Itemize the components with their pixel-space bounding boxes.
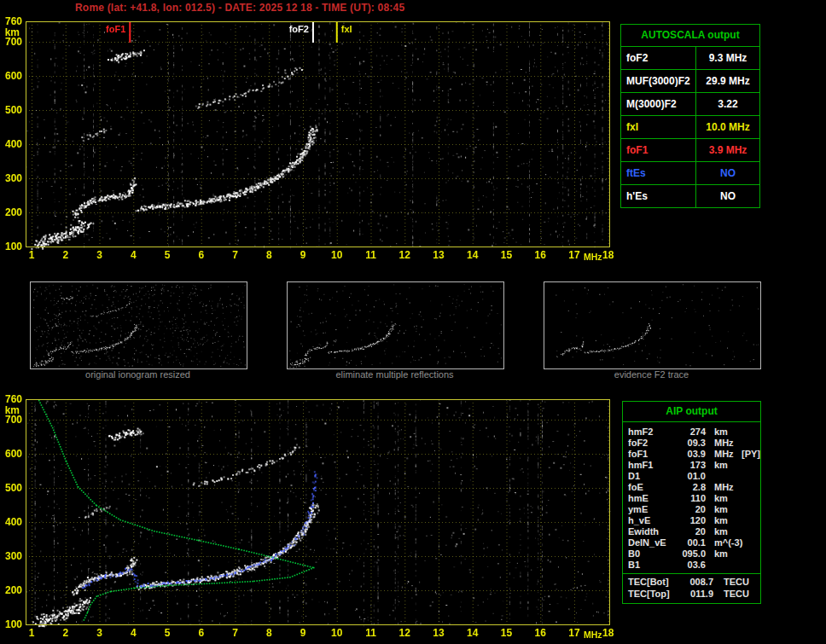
aip-param-name: foF1 (628, 449, 677, 460)
aip-param-note (742, 526, 758, 537)
aip-table-title: AIP output (623, 402, 760, 422)
aip-row: foF209.3MHz (628, 438, 758, 449)
aip-row: hmE110km (628, 493, 758, 504)
aip-param-note (742, 537, 758, 548)
aip-param-note (742, 560, 758, 571)
aip-param-unit: km (706, 515, 742, 526)
aip-param-value: 20 (677, 504, 706, 515)
autoscala-row-label: M(3000)F2 (621, 93, 696, 116)
aip-param-name: B1 (628, 560, 677, 571)
aip-row: DelN_vE00.1m^(-3) (628, 537, 758, 548)
autoscala-output-screen: Rome (lat: +41.8, lon: 012.5) - DATE: 20… (0, 0, 826, 644)
thumbnail-caption: evidence F2 trace (544, 369, 759, 380)
aip-row: ymE20km (628, 504, 758, 515)
aip-param-note (742, 460, 758, 471)
aip-param-unit (706, 560, 742, 571)
aip-param-unit: MHz (706, 449, 742, 460)
autoscala-row-value: NO (696, 185, 759, 207)
autoscala-table-title: AUTOSCALA output (621, 25, 759, 47)
autoscala-row-label: fxI (621, 116, 696, 139)
aip-param-value: 008.7 (681, 577, 713, 589)
aip-param-note (742, 471, 758, 482)
autoscala-table: AUTOSCALA output foF2 9.3 MHz MUF(3000)F… (620, 24, 760, 208)
aip-param-value: 01.0 (677, 471, 706, 482)
aip-param-value: 173 (677, 460, 706, 471)
aip-param-unit: km (706, 548, 742, 560)
thumbnail-eliminate-reflections (287, 281, 504, 369)
thumbnail-evidence-f2-trace (544, 281, 761, 369)
aip-param-unit: MHz (706, 482, 742, 493)
bottom-ionogram-plot (0, 393, 618, 644)
aip-param-unit: km (706, 526, 742, 537)
aip-param-value: 20 (677, 526, 706, 537)
aip-param-name: ymE (628, 504, 677, 515)
autoscala-row-value: 9.3 MHz (696, 47, 759, 70)
aip-param-name: hmE (628, 493, 677, 504)
aip-param-value: 03.6 (677, 560, 706, 571)
aip-row: hmF1173km (628, 460, 758, 471)
autoscala-row-value: 29.9 MHz (696, 70, 759, 93)
page-title: Rome (lat: +41.8, lon: 012.5) - DATE: 20… (75, 2, 404, 14)
aip-param-value: 110 (677, 493, 706, 504)
aip-param-unit: TECU (713, 589, 758, 600)
aip-param-name: Ewidth (628, 526, 677, 537)
aip-tec-section: TEC[Bot]008.7TECU TEC[Top]011.9TECU (623, 573, 760, 603)
aip-param-unit: km (706, 504, 742, 515)
aip-param-note (742, 482, 758, 493)
autoscala-row-label: foF1 (621, 139, 696, 162)
aip-row: B103.6 (628, 560, 758, 571)
aip-tec-row: TEC[Top]011.9TECU (628, 589, 758, 600)
aip-row: hmF2274km (628, 426, 758, 438)
aip-param-name: foF2 (628, 438, 677, 449)
autoscala-row-label: ftEs (621, 162, 696, 185)
aip-param-value: 09.3 (677, 438, 706, 449)
autoscala-row-value: 3.9 MHz (696, 139, 759, 162)
aip-param-name: hmF1 (628, 460, 677, 471)
aip-row: foE2.8MHz (628, 482, 758, 493)
aip-param-name: foE (628, 482, 677, 493)
autoscala-row-value: NO (696, 162, 759, 185)
aip-row: h_vE120km (628, 515, 758, 526)
aip-row: Ewidth20km (628, 526, 758, 537)
aip-param-value: 2.8 (677, 482, 706, 493)
aip-param-name: TEC[Bot] (628, 577, 681, 589)
aip-param-value: 274 (677, 426, 706, 438)
aip-param-value: 011.9 (681, 589, 713, 600)
autoscala-row-value: 3.22 (696, 93, 759, 116)
aip-tec-row: TEC[Bot]008.7TECU (628, 577, 758, 589)
aip-param-note (742, 438, 758, 449)
aip-param-note (742, 426, 758, 438)
autoscala-row-label: MUF(3000)F2 (621, 70, 696, 93)
aip-param-note (742, 504, 758, 515)
aip-param-unit: TECU (713, 577, 758, 589)
aip-row: D101.0 (628, 471, 758, 482)
aip-param-unit: m^(-3) (706, 537, 742, 548)
autoscala-row-label: h'Es (621, 185, 696, 207)
aip-param-unit: km (706, 460, 742, 471)
autoscala-row-value: 10.0 MHz (696, 116, 759, 139)
aip-param-name: D1 (628, 471, 677, 482)
aip-param-note (742, 493, 758, 504)
aip-param-name: B0 (628, 548, 677, 560)
aip-param-name: hmF2 (628, 426, 677, 438)
autoscala-row-label: foF2 (621, 47, 696, 70)
aip-param-unit (706, 471, 742, 482)
thumbnail-original-ionogram (30, 281, 247, 369)
aip-param-note (742, 548, 758, 560)
aip-table: AIP output hmF2274km foF209.3MHz foF103.… (622, 401, 761, 604)
aip-param-value: 03.9 (677, 449, 706, 460)
aip-param-note: [PY] (742, 449, 762, 460)
thumbnail-caption: eliminate multiple reflections (287, 369, 503, 380)
aip-param-unit: km (706, 493, 742, 504)
aip-param-name: DelN_vE (628, 537, 677, 548)
top-ionogram-plot (0, 15, 618, 271)
aip-param-name: TEC[Top] (628, 589, 681, 600)
aip-param-value: 095.0 (677, 548, 706, 560)
aip-table-body: hmF2274km foF209.3MHz foF103.9MHz[PY] hm… (623, 422, 760, 573)
aip-param-unit: km (706, 426, 742, 438)
aip-param-note (742, 515, 758, 526)
thumbnail-caption: original ionogram resized (30, 369, 246, 380)
aip-param-name: h_vE (628, 515, 677, 526)
aip-row: B0095.0km (628, 548, 758, 560)
aip-param-value: 120 (677, 515, 706, 526)
